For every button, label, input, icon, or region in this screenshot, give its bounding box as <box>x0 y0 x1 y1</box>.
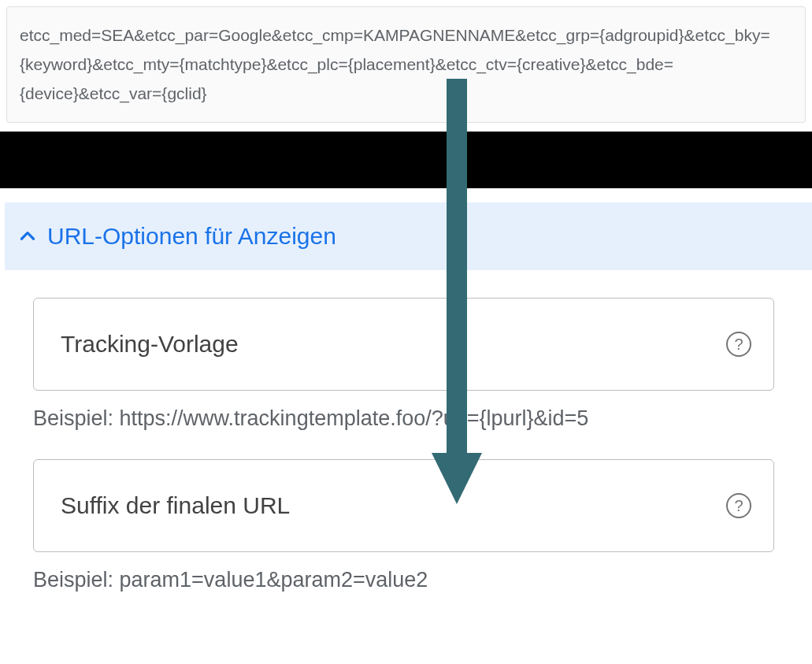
tracking-template-label: Tracking-Vorlage <box>61 331 239 358</box>
divider-bar <box>0 132 812 188</box>
code-block: etcc_med=SEA&etcc_par=Google&etcc_cmp=KA… <box>6 6 806 123</box>
chevron-up-icon <box>16 224 39 248</box>
help-icon[interactable]: ? <box>726 493 751 518</box>
final-url-suffix-input[interactable]: Suffix der finalen URL ? <box>33 459 774 552</box>
final-url-suffix-group: Suffix der finalen URL ? Beispiel: param… <box>33 459 774 592</box>
final-url-suffix-example: Beispiel: param1=value1&param2=value2 <box>33 568 774 592</box>
help-icon[interactable]: ? <box>726 332 751 357</box>
tracking-template-input[interactable]: Tracking-Vorlage ? <box>33 298 774 391</box>
tracking-url-template-text: etcc_med=SEA&etcc_par=Google&etcc_cmp=KA… <box>20 26 770 102</box>
section-title: URL-Optionen für Anzeigen <box>47 223 336 250</box>
final-url-suffix-label: Suffix der finalen URL <box>61 492 290 519</box>
tracking-template-example: Beispiel: https://www.trackingtemplate.f… <box>33 406 774 431</box>
tracking-template-group: Tracking-Vorlage ? Beispiel: https://www… <box>33 298 774 431</box>
url-options-header[interactable]: URL-Optionen für Anzeigen <box>5 202 812 270</box>
